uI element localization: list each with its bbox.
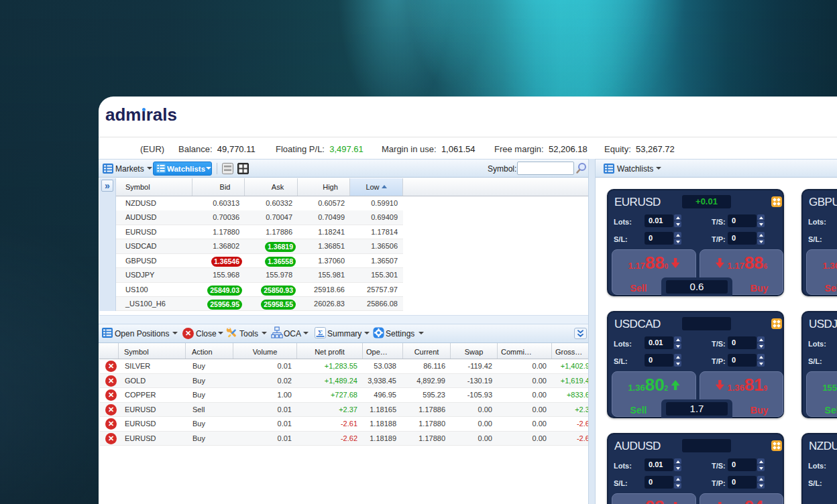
svg-text:Σ: Σ xyxy=(318,328,323,336)
